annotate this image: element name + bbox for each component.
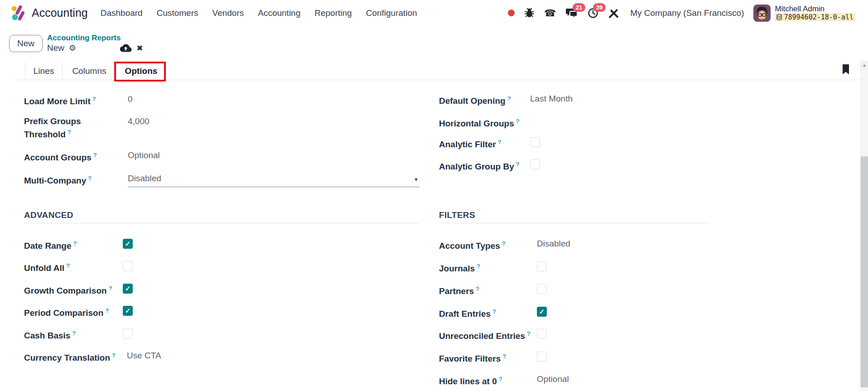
database-id: 78994602-18-0-all: [784, 13, 854, 21]
account-groups-label: Account Groups: [24, 153, 92, 162]
analytic-group-by-checkbox[interactable]: [530, 159, 540, 169]
save-cloud-icon[interactable]: [120, 43, 132, 53]
accounting-app-icon[interactable]: [10, 5, 26, 21]
bookmark-icon[interactable]: [841, 64, 850, 77]
filters-section-title: FILTERS: [439, 210, 475, 221]
bug-icon[interactable]: [524, 8, 535, 18]
growth-comparison-checkbox[interactable]: ✓: [123, 284, 133, 294]
scroll-up-icon[interactable]: ▲: [861, 61, 868, 70]
messages-icon[interactable]: 21: [565, 8, 578, 19]
avatar[interactable]: [753, 5, 771, 22]
help-question-icon[interactable]: ?: [516, 161, 520, 168]
menu-accounting[interactable]: Accounting: [258, 8, 300, 18]
load-more-limit-value[interactable]: 0: [128, 94, 133, 105]
cash-basis-checkbox[interactable]: [123, 328, 133, 338]
help-question-icon[interactable]: ?: [66, 262, 70, 269]
help-question-icon[interactable]: ?: [112, 352, 116, 359]
main-menu: DashboardCustomersVendorsAccountingRepor…: [101, 8, 417, 18]
help-question-icon[interactable]: ?: [498, 139, 502, 145]
help-question-icon[interactable]: ?: [88, 175, 92, 182]
new-button[interactable]: New: [9, 35, 43, 52]
help-question-icon[interactable]: ?: [516, 118, 520, 125]
help-question-icon[interactable]: ?: [492, 308, 496, 315]
default-opening-value[interactable]: Last Month: [530, 93, 573, 104]
help-question-icon[interactable]: ?: [502, 240, 506, 247]
vertical-scrollbar[interactable]: ▲: [860, 61, 868, 391]
horizontal-groups-label: Horizontal Groups: [439, 119, 514, 128]
period-comparison-checkbox[interactable]: ✓: [123, 306, 133, 316]
partners-checkbox[interactable]: [537, 284, 547, 294]
help-question-icon[interactable]: ?: [477, 263, 480, 270]
breadcrumb-current: New: [47, 43, 64, 53]
date-range-label: Date Range: [24, 241, 72, 251]
menu-dashboard[interactable]: Dashboard: [101, 8, 143, 18]
unreconciled-entries-label: Unreconciled Entries: [439, 331, 525, 341]
partners-label: Partners: [439, 286, 474, 296]
multi-company-select[interactable]: Disabled▼: [128, 173, 420, 187]
help-question-icon[interactable]: ?: [105, 307, 109, 314]
help-question-icon[interactable]: ?: [527, 330, 530, 337]
record-indicator-icon[interactable]: [508, 10, 515, 16]
chevron-down-icon: ▼: [414, 177, 419, 182]
unfold-all-checkbox[interactable]: [123, 261, 133, 271]
journals-checkbox[interactable]: [537, 261, 547, 271]
help-question-icon[interactable]: ?: [92, 96, 96, 102]
activities-badge: 39: [593, 3, 606, 12]
account-types-value[interactable]: Disabled: [537, 238, 570, 249]
unfold-all-label: Unfold All: [24, 263, 64, 273]
help-question-icon[interactable]: ?: [476, 285, 479, 292]
help-question-icon[interactable]: ?: [68, 129, 71, 135]
voip-phone-icon[interactable]: ☎: [544, 8, 556, 18]
account-groups-value[interactable]: Optional: [128, 150, 160, 161]
draft-entries-label: Draft Entries: [439, 309, 491, 319]
favorite-filters-label: Favorite Filters: [439, 354, 501, 363]
multi-company-label: Multi-Company: [24, 176, 86, 185]
prefix-groups-threshold-label: Prefix Groups Threshold: [24, 116, 81, 139]
account-types-label: Account Types: [439, 241, 500, 251]
help-question-icon[interactable]: ?: [507, 95, 511, 102]
journals-label: Journals: [439, 264, 475, 273]
gear-actions-icon[interactable]: ⚙: [69, 43, 76, 53]
user-name: Mitchell Admin: [775, 5, 855, 13]
menu-vendors[interactable]: Vendors: [212, 8, 244, 18]
database-badge: 78994602-18-0-all: [775, 13, 855, 21]
date-range-checkbox[interactable]: ✓: [123, 239, 133, 249]
help-question-icon[interactable]: ?: [73, 240, 77, 247]
prefix-groups-threshold-value[interactable]: 4,000: [128, 116, 149, 127]
discard-icon[interactable]: ✖: [136, 43, 143, 53]
help-question-icon[interactable]: ?: [109, 285, 112, 292]
activities-icon[interactable]: 39: [588, 8, 598, 19]
help-question-icon[interactable]: ?: [72, 330, 76, 337]
help-question-icon[interactable]: ?: [502, 353, 506, 360]
multi-company-selected-value: Disabled: [128, 174, 161, 183]
breadcrumb-parent-link[interactable]: Accounting Reports: [47, 34, 143, 43]
messages-badge: 21: [573, 3, 585, 12]
draft-entries-checkbox[interactable]: ✓: [537, 307, 547, 317]
menu-configuration[interactable]: Configuration: [366, 8, 417, 18]
period-comparison-label: Period Comparison: [24, 308, 103, 318]
menu-reporting[interactable]: Reporting: [314, 8, 352, 18]
company-switcher[interactable]: My Company (San Francisco): [630, 8, 744, 18]
advanced-section-title: ADVANCED: [24, 210, 73, 221]
menu-customers[interactable]: Customers: [157, 8, 198, 18]
help-question-icon[interactable]: ?: [93, 152, 97, 159]
cash-basis-label: Cash Basis: [24, 331, 70, 340]
scrollbar-thumb[interactable]: [861, 156, 868, 387]
analytic-group-by-label: Analytic Group By: [439, 162, 514, 171]
user-menu[interactable]: Mitchell Admin 78994602-18-0-all: [753, 5, 855, 22]
unreconciled-entries-checkbox[interactable]: [537, 329, 547, 339]
database-icon: [776, 14, 782, 20]
tools-icon[interactable]: [608, 8, 619, 19]
favorite-filters-checkbox[interactable]: [537, 352, 547, 362]
filters-divider: [439, 223, 709, 223]
hide-lines-at-0-value[interactable]: Optional: [537, 374, 569, 385]
help-question-icon[interactable]: ?: [499, 376, 502, 382]
default-opening-label: Default Opening: [439, 96, 506, 106]
app-title[interactable]: Accounting: [32, 6, 88, 19]
analytic-filter-checkbox[interactable]: [530, 137, 540, 147]
hide-lines-at-0-label: Hide lines at 0: [439, 377, 497, 386]
currency-translation-value[interactable]: Use CTA: [127, 350, 161, 361]
advanced-divider: [24, 223, 419, 223]
control-panel: New Accounting Reports New ⚙ ✖: [0, 26, 868, 61]
top-navbar: Accounting DashboardCustomersVendorsAcco…: [0, 0, 868, 26]
